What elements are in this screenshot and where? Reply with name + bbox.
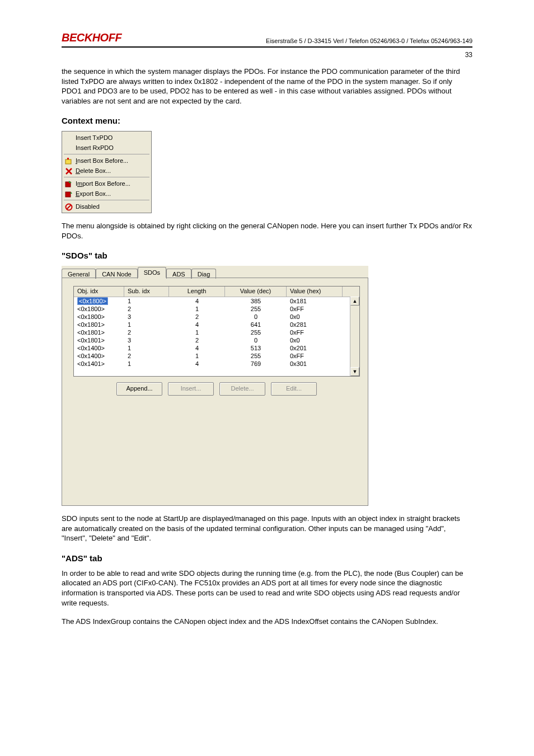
listview-rows: <0x1800>143850x181<0x1800>212550xFF<0x18… — [74, 297, 359, 368]
col-value-dec[interactable]: Value (dec) — [225, 287, 287, 297]
cell-obj-idx: <0x1400> — [74, 344, 124, 352]
cell-value-hex: 0x201 — [287, 344, 343, 352]
cell-obj-idx: <0x1800> — [74, 305, 124, 313]
ctx-insert-box-before[interactable]: Insert Box Before... — [63, 156, 150, 166]
context-menu-heading: Context menu: — [62, 116, 472, 125]
ctx-label: Import Box Before... — [76, 180, 130, 187]
ctx-label: Disabled — [76, 203, 100, 210]
listview-header: Obj. idx Sub. idx Length Value (dec) Val… — [74, 287, 359, 297]
sdo-listview[interactable]: Obj. idx Sub. idx Length Value (dec) Val… — [73, 286, 360, 377]
cell-value-dec: 255 — [225, 328, 287, 336]
disabled-icon — [64, 203, 73, 212]
cell-sub-idx: 2 — [124, 352, 169, 360]
delete-icon — [64, 167, 73, 176]
cell-value-dec: 769 — [225, 360, 287, 368]
ads-heading: "ADS" tab — [62, 553, 472, 563]
svg-rect-5 — [65, 192, 71, 197]
ctx-separator — [64, 177, 149, 177]
cell-length: 2 — [169, 336, 225, 344]
ctx-label: Export Box... — [76, 190, 111, 197]
ctx-disabled[interactable]: Disabled — [63, 201, 150, 212]
cell-value-hex: 0xFF — [287, 352, 343, 360]
col-length[interactable]: Length — [169, 287, 225, 297]
table-row[interactable]: <0x1800>3200x0 — [74, 313, 359, 321]
ads-paragraph-2: The ADS IndexGroup contains the CANopen … — [62, 617, 472, 627]
brand-logo: BECKHOFF — [62, 31, 121, 44]
cell-length: 1 — [169, 305, 225, 313]
table-row[interactable]: <0x1800>212550xFF — [74, 305, 359, 313]
scrollbar[interactable]: ▲ ▼ — [350, 297, 359, 376]
cell-length: 4 — [169, 360, 225, 368]
ads-paragraph-1: In order to be able to read and write SD… — [62, 569, 472, 608]
ctx-insert-txpdo[interactable]: Insert TxPDO — [63, 133, 150, 143]
cell-value-dec: 0 — [225, 313, 287, 321]
table-row[interactable]: <0x1801>212550xFF — [74, 328, 359, 336]
sdos-heading: "SDOs" tab — [62, 251, 472, 260]
cell-value-dec: 385 — [225, 297, 287, 305]
tab-content-sdos: Obj. idx Sub. idx Length Value (dec) Val… — [62, 278, 368, 506]
cell-length: 1 — [169, 328, 225, 336]
col-obj-idx[interactable]: Obj. idx — [74, 287, 124, 297]
col-sub-idx[interactable]: Sub. idx — [124, 287, 169, 297]
cell-value-hex: 0x181 — [287, 297, 343, 305]
cell-value-dec: 641 — [225, 321, 287, 328]
button-row: Append... Insert... Delete... Edit... — [73, 382, 360, 396]
cell-length: 1 — [169, 352, 225, 360]
cell-sub-idx: 2 — [124, 328, 169, 336]
cell-obj-idx: <0x1801> — [74, 328, 124, 336]
import-icon — [64, 180, 73, 189]
append-button[interactable]: Append... — [116, 382, 162, 396]
context-menu: Insert TxPDO Insert RxPDO Insert Box Bef… — [62, 131, 152, 213]
cell-value-dec: 255 — [225, 305, 287, 313]
col-value-hex[interactable]: Value (hex) — [287, 287, 343, 297]
export-icon — [64, 190, 73, 199]
scroll-down-icon[interactable]: ▼ — [350, 367, 359, 376]
cell-length: 4 — [169, 297, 225, 305]
svg-line-7 — [67, 205, 71, 209]
ctx-delete-box[interactable]: Delete Box... — [63, 166, 150, 176]
ctx-export-box[interactable]: Export Box... — [63, 189, 150, 199]
table-row[interactable]: <0x1400>145130x201 — [74, 344, 359, 352]
cell-sub-idx: 2 — [124, 305, 169, 313]
cell-value-hex: 0xFF — [287, 328, 343, 336]
ctx-insert-rxpdo[interactable]: Insert RxPDO — [63, 143, 150, 153]
cell-value-hex: 0x301 — [287, 360, 343, 368]
delete-button[interactable]: Delete... — [219, 382, 265, 396]
table-row[interactable]: <0x1400>212550xFF — [74, 352, 359, 360]
intro-paragraph: the sequence in which the system manager… — [62, 67, 472, 106]
insert-button[interactable]: Insert... — [168, 382, 214, 396]
table-row[interactable]: <0x1801>3200x0 — [74, 336, 359, 344]
ctx-import-box-before[interactable]: Import Box Before... — [63, 179, 150, 189]
ctx-label: Insert Box Before... — [76, 157, 128, 164]
cell-length: 4 — [169, 321, 225, 328]
scroll-up-icon[interactable]: ▲ — [350, 297, 359, 306]
cell-value-hex: 0xFF — [287, 305, 343, 313]
cell-value-hex: 0x0 — [287, 313, 343, 321]
cell-length: 2 — [169, 313, 225, 321]
ctx-separator — [64, 154, 149, 154]
ctx-label: Insert TxPDO — [76, 134, 113, 141]
cell-value-dec: 0 — [225, 336, 287, 344]
table-row[interactable]: <0x1401>147690x301 — [74, 360, 359, 368]
cell-value-dec: 513 — [225, 344, 287, 352]
cell-obj-idx: <0x1401> — [74, 360, 124, 368]
cell-obj-idx: <0x1800> — [74, 297, 124, 305]
table-row[interactable]: <0x1801>146410x281 — [74, 321, 359, 328]
table-row[interactable]: <0x1800>143850x181 — [74, 297, 359, 305]
ctx-label: Delete Box... — [76, 167, 111, 174]
sdo-panel: General CAN Node SDOs ADS Diag Obj. idx … — [62, 266, 368, 506]
cell-value-dec: 255 — [225, 352, 287, 360]
svg-rect-0 — [65, 159, 71, 164]
cell-obj-idx: <0x1800> — [74, 313, 124, 321]
cell-length: 4 — [169, 344, 225, 352]
cell-value-hex: 0x0 — [287, 336, 343, 344]
ctx-label: Insert RxPDO — [76, 144, 114, 151]
tab-sdos[interactable]: SDOs — [138, 267, 166, 278]
edit-button[interactable]: Edit... — [271, 382, 317, 396]
tabstrip: General CAN Node SDOs ADS Diag — [62, 266, 368, 278]
page-number: 33 — [62, 51, 472, 59]
cell-sub-idx: 1 — [124, 297, 169, 305]
context-menu-paragraph: The menu alongside is obtained by right … — [62, 221, 472, 241]
insert-box-icon — [64, 157, 73, 166]
cell-sub-idx: 3 — [124, 313, 169, 321]
